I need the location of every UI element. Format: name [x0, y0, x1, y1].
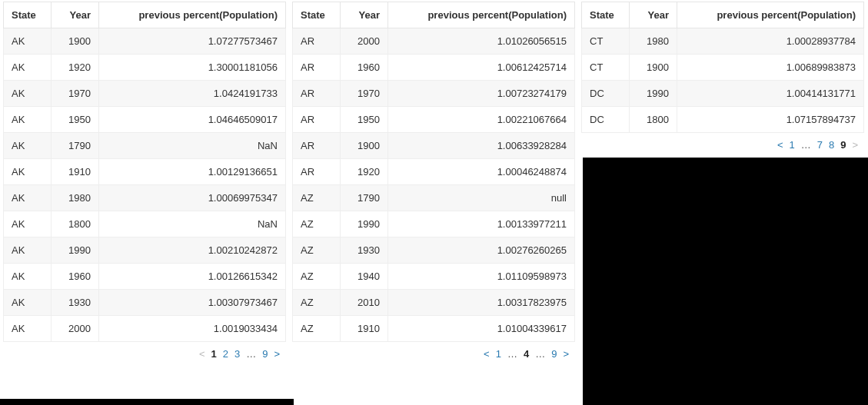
pager-ellipsis: …	[243, 348, 259, 360]
pager-next[interactable]: >	[271, 348, 283, 360]
cell-state: AK	[4, 264, 52, 290]
cell-value: 1.01004339617	[388, 316, 575, 342]
col-header-value[interactable]: previous percent(Population)	[388, 2, 575, 28]
table-row: AK19701.0424191733	[4, 81, 286, 107]
cell-state: DC	[582, 81, 630, 107]
table-row: AR19201.00046248874	[293, 159, 575, 185]
pager-prev[interactable]: <	[774, 139, 787, 151]
table-row: AK19601.00126615342	[4, 264, 286, 290]
pagination: <123…9>	[3, 342, 286, 363]
table-row: AK19001.07277573467	[4, 28, 286, 55]
cell-state: AR	[293, 107, 341, 133]
cell-value: 1.00133977211	[388, 211, 575, 237]
pager-page[interactable]: 1	[786, 139, 797, 151]
data-table: State Year previous percent(Population) …	[581, 2, 864, 133]
cell-value: 1.30001181056	[99, 55, 286, 81]
cell-state: AK	[4, 316, 52, 342]
pager-current: 4	[520, 348, 532, 360]
cell-value: 1.00069975347	[99, 185, 286, 211]
table-row: AK19201.30001181056	[4, 55, 286, 81]
table-row: AK19801.00069975347	[4, 185, 286, 211]
cell-year: 1790	[341, 185, 388, 211]
cell-value: 1.00126615342	[99, 264, 286, 290]
table-row: DC19901.00414131771	[582, 81, 864, 107]
table-row: AK20001.0019033434	[4, 316, 286, 342]
pager-page[interactable]: 1	[493, 348, 504, 360]
table-row: AZ1790null	[293, 185, 575, 211]
pager-ellipsis: …	[532, 348, 548, 360]
cell-value: 1.00317823975	[388, 290, 575, 316]
cell-state: AK	[4, 185, 52, 211]
cell-year: 1970	[341, 81, 388, 107]
cell-value: 1.01109598973	[388, 264, 575, 290]
cell-value: 1.01026056515	[388, 28, 575, 55]
pager-ellipsis: …	[798, 139, 814, 151]
cell-year: 2000	[52, 316, 99, 342]
cell-state: AR	[293, 133, 341, 159]
cell-state: AK	[4, 237, 52, 264]
col-header-year[interactable]: Year	[630, 2, 677, 28]
cell-year: 1900	[52, 28, 99, 55]
cell-state: AK	[4, 133, 52, 159]
table-row: AR19501.00221067664	[293, 107, 575, 133]
cell-state: AR	[293, 28, 341, 55]
table-row: AK1790NaN	[4, 133, 286, 159]
table-row: AR20001.01026056515	[293, 28, 575, 55]
cell-year: 2000	[341, 28, 388, 55]
cell-state: AR	[293, 81, 341, 107]
cell-state: AZ	[293, 237, 341, 264]
cell-value: 1.00046248874	[388, 159, 575, 185]
cell-year: 1800	[630, 107, 677, 133]
table-row: CT19001.00689983873	[582, 55, 864, 81]
cell-state: AK	[4, 159, 52, 185]
cell-year: 1910	[52, 159, 99, 185]
cell-year: 1920	[52, 55, 99, 81]
cell-state: AZ	[293, 264, 341, 290]
cell-state: AK	[4, 28, 52, 55]
data-table: State Year previous percent(Population) …	[3, 2, 286, 342]
pager-page[interactable]: 3	[231, 348, 243, 360]
pager-page[interactable]: 9	[548, 348, 560, 360]
cell-year: 1980	[630, 28, 677, 55]
cell-value: 1.00414131771	[677, 81, 864, 107]
table-row: AK19301.00307973467	[4, 290, 286, 316]
cell-state: AZ	[293, 185, 341, 211]
pager-next[interactable]: >	[560, 348, 572, 360]
col-header-value[interactable]: previous percent(Population)	[99, 2, 286, 28]
occluding-region	[0, 399, 294, 405]
cell-state: AK	[4, 290, 52, 316]
pagination: <1…789>	[581, 133, 864, 154]
cell-value: 1.00221067664	[388, 107, 575, 133]
pager-page[interactable]: 7	[814, 139, 826, 151]
col-header-state[interactable]: State	[293, 2, 341, 28]
cell-state: AZ	[293, 316, 341, 342]
table-row: AK19501.04646509017	[4, 107, 286, 133]
col-header-value[interactable]: previous percent(Population)	[677, 2, 864, 28]
cell-value: 1.00633928284	[388, 133, 575, 159]
data-table: State Year previous percent(Population) …	[292, 2, 575, 342]
table-row: CT19801.00028937784	[582, 28, 864, 55]
pager-current: 9	[837, 139, 849, 151]
pager-prev[interactable]: <	[481, 348, 493, 360]
pager-page[interactable]: 2	[220, 348, 231, 360]
table-header-row: State Year previous percent(Population)	[293, 2, 575, 28]
occluding-region	[583, 158, 868, 405]
cell-value: 1.0424191733	[99, 81, 286, 107]
cell-value: null	[388, 185, 575, 211]
cell-year: 1930	[52, 290, 99, 316]
col-header-year[interactable]: Year	[52, 2, 99, 28]
cell-value: 1.00723274179	[388, 81, 575, 107]
pager-prev: <	[196, 348, 208, 360]
cell-state: AK	[4, 211, 52, 237]
cell-year: 1800	[52, 211, 99, 237]
cell-year: 1940	[341, 264, 388, 290]
table-row: AZ19301.00276260265	[293, 237, 575, 264]
col-header-state[interactable]: State	[582, 2, 630, 28]
pager-page[interactable]: 8	[826, 139, 837, 151]
cell-state: CT	[582, 55, 630, 81]
table-row: AZ19901.00133977211	[293, 211, 575, 237]
table-header-row: State Year previous percent(Population)	[582, 2, 864, 28]
pager-page[interactable]: 9	[259, 348, 271, 360]
col-header-state[interactable]: State	[4, 2, 52, 28]
col-header-year[interactable]: Year	[341, 2, 388, 28]
